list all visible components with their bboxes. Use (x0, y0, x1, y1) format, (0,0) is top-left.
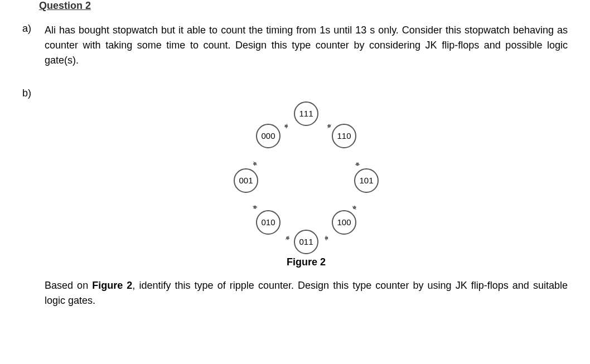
part-b-label: b) (22, 88, 45, 308)
arrow-icon: ➧ (282, 119, 291, 133)
arrow-icon: ➧ (351, 161, 364, 168)
state-111: 111 (294, 101, 318, 126)
arrow-icon: ➧ (323, 231, 330, 245)
state-001: 001 (234, 168, 258, 193)
part-b: b) 111 000 110 001 101 010 100 011 ➧ ➧ ➧ (22, 88, 568, 308)
arrow-icon: ➧ (280, 231, 294, 245)
part-a: a) Ali has bought stopwatch but it able … (22, 23, 568, 68)
arrow-icon: ➧ (248, 203, 263, 212)
state-011: 011 (294, 230, 318, 254)
state-110: 110 (332, 124, 356, 148)
state-diagram: 111 000 110 001 101 010 100 011 ➧ ➧ ➧ ➧ … (228, 101, 384, 246)
state-010: 010 (256, 210, 281, 235)
state-diagram-wrapper: 111 000 110 001 101 010 100 011 ➧ ➧ ➧ ➧ … (45, 101, 568, 246)
question-heading: Question 2 (39, 0, 568, 12)
figure-caption: Figure 2 (45, 255, 568, 270)
part-b-description: Based on Figure 2, identify this type of… (45, 278, 568, 308)
part-a-label: a) (22, 23, 45, 68)
state-101: 101 (354, 168, 379, 193)
part-b-content: 111 000 110 001 101 010 100 011 ➧ ➧ ➧ ➧ … (45, 88, 568, 308)
state-100: 100 (332, 210, 356, 235)
part-a-text: Ali has bought stopwatch but it able to … (45, 23, 568, 68)
state-000: 000 (256, 124, 281, 148)
